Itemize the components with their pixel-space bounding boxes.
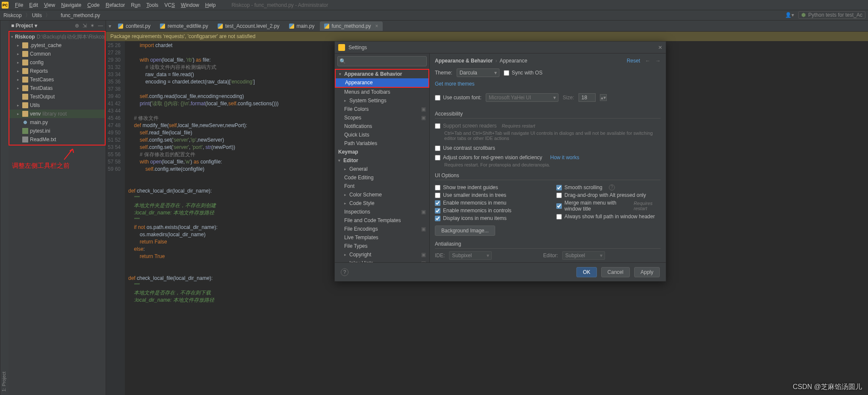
custom-font-checkbox[interactable] <box>435 95 440 101</box>
cat-live[interactable]: Live Templates <box>335 233 429 242</box>
cat-appearance-behavior[interactable]: ▾Appearance & Behavior <box>336 70 428 78</box>
reset-link[interactable]: Reset <box>627 58 640 64</box>
info-icon[interactable]: ? <box>609 184 615 190</box>
mnemonics-menu-checkbox[interactable] <box>435 200 440 206</box>
smooth-scrolling-checkbox[interactable] <box>556 185 562 190</box>
menu-help[interactable]: Help <box>202 2 219 8</box>
menu-code[interactable]: Code <box>84 2 103 8</box>
cat-quicklists[interactable]: Quick Lists <box>335 131 429 139</box>
tab[interactable]: test_Account.level_2.py <box>213 21 284 31</box>
tab[interactable]: main.py <box>285 21 319 31</box>
run-config-selector[interactable]: ⬢ Python tests for test_Ac <box>798 11 865 19</box>
cat-font[interactable]: Font <box>335 182 429 190</box>
cat-notifications[interactable]: Notifications <box>335 122 429 131</box>
cat-appearance[interactable]: Appearance <box>336 78 428 87</box>
breadcrumb-file[interactable]: func_methond.py <box>61 12 100 18</box>
cancel-button[interactable]: Cancel <box>601 267 630 277</box>
tabs-menu-icon[interactable]: ▾ <box>109 23 111 29</box>
project-tool-tab[interactable]: 1: Project <box>0 21 9 395</box>
tree-folder[interactable]: ▸TestDatas <box>9 84 105 92</box>
font-size-spinner[interactable]: ▴▾ <box>600 94 607 101</box>
cat-fact[interactable]: File and Code Templates <box>335 216 429 225</box>
cat-codestyle[interactable]: ▸Code Style <box>335 199 429 208</box>
cat-inspections[interactable]: Inspections▣ <box>335 208 429 216</box>
cat-ft[interactable]: File Types <box>335 242 429 250</box>
cat-copyright[interactable]: ▸Copyright▣ <box>335 250 429 259</box>
tree-folder[interactable]: ▸Reports <box>9 67 105 75</box>
tree-folder[interactable]: ▸Common <box>9 50 105 58</box>
cat-scopes[interactable]: Scopes▣ <box>335 113 429 122</box>
sync-os-checkbox[interactable] <box>504 70 509 76</box>
menu-vcs[interactable]: VCS <box>161 2 178 8</box>
fullpath-checkbox[interactable] <box>556 214 562 220</box>
cat-colorscheme[interactable]: ▸Color Scheme <box>335 190 429 199</box>
help-icon[interactable]: ? <box>341 268 348 276</box>
merge-menu-checkbox[interactable] <box>556 203 562 209</box>
crumb-parent[interactable]: Appearance & Behavior <box>435 58 493 64</box>
project-view-selector[interactable]: ■ Project ▾ <box>11 23 37 29</box>
expand-icon[interactable]: ⇲ <box>83 23 87 29</box>
background-image-button[interactable]: Background Image... <box>435 226 495 236</box>
collapse-icon[interactable]: ✶ <box>90 23 94 29</box>
screen-readers-checkbox[interactable] <box>435 123 440 129</box>
get-themes-link[interactable]: Get more themes <box>435 81 661 87</box>
tree-folder[interactable]: ▸TestCases <box>9 75 105 84</box>
editor-aa-selector[interactable]: Subpixel <box>562 251 605 260</box>
cat-editor[interactable]: ▾Editor <box>335 156 429 165</box>
user-icon[interactable]: 👤▾ <box>785 12 794 18</box>
cat-filecolors[interactable]: File Colors▣ <box>335 105 429 113</box>
cat-enc[interactable]: File Encodings▣ <box>335 225 429 233</box>
tree-file[interactable]: ReadMe.txt <box>9 135 105 144</box>
cat-codeediting[interactable]: Code Editing <box>335 173 429 182</box>
menu-window[interactable]: Window <box>178 2 202 8</box>
tree-file[interactable]: main.py <box>9 118 105 127</box>
forward-icon[interactable]: → <box>655 58 661 64</box>
close-icon[interactable]: ✕ <box>658 45 662 50</box>
cat-keymap[interactable]: Keymap <box>335 148 429 156</box>
tree-file[interactable]: pytest.ini <box>9 127 105 135</box>
menu-file[interactable]: File <box>12 2 26 8</box>
close-icon[interactable]: × <box>375 23 378 29</box>
how-it-works-link[interactable]: How it works <box>550 154 579 160</box>
breadcrumb-folder[interactable]: Utils <box>32 12 42 18</box>
locate-icon[interactable]: ⊕ <box>75 23 79 29</box>
menu-view[interactable]: View <box>41 2 58 8</box>
cat-inlay[interactable]: ▸Inlay Hints▣ <box>335 259 429 262</box>
tree-root[interactable]: ▾RiskcopD:\Backup\自动化脚本\Riskcop <box>9 33 105 41</box>
font-selector[interactable]: Microsoft YaHei UI <box>486 93 558 102</box>
search-input[interactable] <box>337 56 427 66</box>
cat-pathvars[interactable]: Path Variables <box>335 139 429 148</box>
apply-button[interactable]: Apply <box>634 267 660 277</box>
smaller-indent-checkbox[interactable] <box>435 193 440 198</box>
contrast-scrollbars-checkbox[interactable] <box>435 146 440 151</box>
tree-folder[interactable]: ▸config <box>9 58 105 67</box>
menu-tools[interactable]: Tools <box>143 2 161 8</box>
tree-folder[interactable]: ▸Utils <box>9 101 105 110</box>
ide-aa-selector[interactable]: Subpixel <box>449 251 492 260</box>
adjust-colors-checkbox[interactable] <box>435 155 440 160</box>
breadcrumb-root[interactable]: Riskcop <box>3 12 22 18</box>
tree-file[interactable]: requirements.txt <box>9 144 105 146</box>
tree-indent-checkbox[interactable] <box>435 185 440 190</box>
display-icons-checkbox[interactable] <box>435 216 440 221</box>
mnemonics-controls-checkbox[interactable] <box>435 208 440 214</box>
back-icon[interactable]: ← <box>645 58 650 64</box>
cat-general[interactable]: ▸General <box>335 165 429 173</box>
tree-folder[interactable]: TestOutput <box>9 92 105 101</box>
tab[interactable]: conftest.py <box>114 21 155 31</box>
tree-venv[interactable]: ▸venvlibrary root <box>9 110 105 118</box>
menu-edit[interactable]: Edit <box>26 2 41 8</box>
dnd-alt-checkbox[interactable] <box>556 193 562 198</box>
menu-navigate[interactable]: Navigate <box>58 2 84 8</box>
theme-selector[interactable]: Darcula <box>457 68 499 77</box>
tree-folder[interactable]: ▸.pytest_cache <box>9 41 105 50</box>
settings-icon[interactable]: — <box>98 23 103 29</box>
menu-refactor[interactable]: Refactor <box>103 2 128 8</box>
cat-system[interactable]: ▸System Settings <box>335 96 429 105</box>
cat-menus[interactable]: Menus and Toolbars <box>335 88 429 96</box>
ok-button[interactable]: OK <box>576 267 596 277</box>
tab[interactable]: remote_editfile.py <box>156 21 213 31</box>
menu-run[interactable]: Run <box>128 2 143 8</box>
tab-active[interactable]: func_methond.py× <box>320 21 383 31</box>
font-size-input[interactable] <box>579 93 596 102</box>
